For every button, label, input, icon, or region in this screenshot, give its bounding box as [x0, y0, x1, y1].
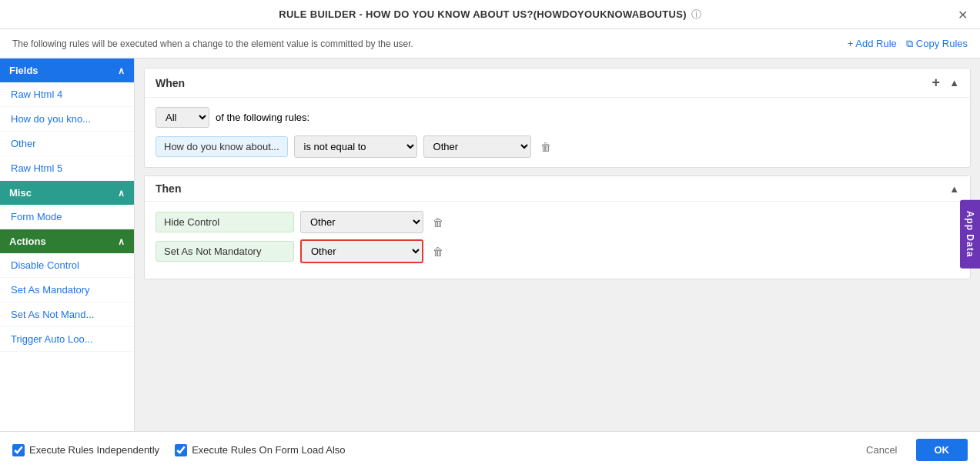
execute-independently-checkbox[interactable]: Execute Rules Independently [12, 444, 159, 456]
add-rule-button[interactable]: + Add Rule [848, 38, 897, 49]
sidebar-fields-chevron: ∧ [118, 65, 125, 76]
sidebar-item-rawhtml5[interactable]: Raw Html 5 [0, 156, 134, 181]
when-rule-row: How do you know about... is equal to is … [156, 135, 959, 158]
subtitle-bar: The following rules will be executed whe… [0, 29, 980, 58]
sidebar-item-howdoyouknow[interactable]: How do you kno... [0, 107, 134, 132]
copy-rules-label: Copy Rules [916, 38, 968, 49]
sidebar-fields-header[interactable]: Fields ∧ [0, 58, 134, 82]
subtitle-actions: + Add Rule ⧉ Copy Rules [848, 38, 968, 50]
then-title: Then [156, 182, 181, 195]
footer-right: Cancel OK [855, 439, 968, 461]
then-section-header: Then ▲ [145, 176, 970, 202]
execute-on-load-label: Execute Rules On Form Load Also [192, 444, 345, 456]
copy-icon: ⧉ [906, 38, 913, 50]
sidebar-item-other[interactable]: Other [0, 132, 134, 156]
then-action-not-mandatory: Set As Not Mandatory [156, 241, 294, 262]
copy-rules-button[interactable]: ⧉ Copy Rules [906, 38, 968, 50]
execute-on-load-input[interactable] [175, 444, 187, 456]
when-logic-row: All Any of the following rules: [156, 107, 959, 128]
then-delete-button-2[interactable]: 🗑 [430, 242, 447, 261]
then-section-body: Hide Control Other Google Facebook 🗑 Set… [145, 202, 970, 279]
when-add-button[interactable]: + [929, 75, 944, 91]
execute-independently-input[interactable] [12, 444, 25, 456]
when-value-select[interactable]: Other Google Facebook Friend [423, 135, 531, 158]
sidebar-actions-chevron: ∧ [118, 236, 125, 247]
when-section: When + ▲ All Any of the following rules:… [144, 68, 971, 168]
then-action-hide-control: Hide Control [156, 212, 294, 232]
sidebar-misc-header[interactable]: Misc ∧ [0, 181, 134, 205]
of-following-rules-text: of the following rules: [216, 112, 309, 123]
cancel-button[interactable]: Cancel [855, 440, 908, 460]
subtitle-text: The following rules will be executed whe… [12, 38, 413, 49]
right-panel: When + ▲ All Any of the following rules:… [135, 58, 980, 431]
info-icon: ⓘ [691, 8, 701, 22]
then-delete-button-1[interactable]: 🗑 [430, 213, 447, 232]
sidebar-item-triggerautolookup[interactable]: Trigger Auto Loo... [0, 327, 134, 352]
sidebar-misc-chevron: ∧ [118, 188, 125, 199]
then-row-2: Set As Not Mandatory Other Google Facebo… [156, 239, 959, 263]
sidebar-fields-label: Fields [9, 65, 38, 76]
footer-bar: Execute Rules Independently Execute Rule… [0, 431, 980, 468]
sidebar-item-rawhtml4[interactable]: Raw Html 4 [0, 82, 134, 107]
then-value-hide-control[interactable]: Other Google Facebook [300, 211, 423, 233]
sidebar-item-formmode[interactable]: Form Mode [0, 205, 134, 229]
when-section-header: When + ▲ [145, 69, 970, 98]
sidebar-misc-label: Misc [9, 187, 32, 199]
then-collapse-icon[interactable]: ▲ [949, 183, 959, 195]
ok-button[interactable]: OK [916, 439, 968, 461]
title-bar: RULE BUILDER - HOW DO YOU KNOW ABOUT US?… [0, 0, 980, 29]
main-layout: Fields ∧ Raw Html 4 How do you kno... Ot… [0, 58, 980, 431]
execute-on-load-checkbox[interactable]: Execute Rules On Form Load Also [175, 444, 345, 456]
sidebar: Fields ∧ Raw Html 4 How do you kno... Ot… [0, 58, 135, 431]
when-field-label: How do you know about... [156, 136, 288, 157]
all-dropdown[interactable]: All Any [156, 107, 209, 128]
then-section: Then ▲ Hide Control Other Google Faceboo… [144, 176, 971, 279]
footer-left: Execute Rules Independently Execute Rule… [12, 444, 346, 456]
when-delete-button[interactable]: 🗑 [537, 138, 554, 156]
when-condition-select[interactable]: is equal to is not equal to contains doe… [294, 135, 417, 158]
sidebar-item-setasnotmand[interactable]: Set As Not Mand... [0, 303, 134, 327]
sidebar-actions-label: Actions [9, 236, 46, 247]
sidebar-item-disablecontrol[interactable]: Disable Control [0, 253, 134, 278]
then-row-1: Hide Control Other Google Facebook 🗑 [156, 211, 959, 233]
when-title: When [156, 77, 185, 89]
when-collapse-icon[interactable]: ▲ [949, 77, 959, 89]
dialog-title: RULE BUILDER - HOW DO YOU KNOW ABOUT US?… [279, 8, 687, 20]
sidebar-actions-header[interactable]: Actions ∧ [0, 229, 134, 253]
then-value-not-mandatory[interactable]: Other Google Facebook [300, 239, 423, 263]
when-section-body: All Any of the following rules: How do y… [145, 98, 970, 167]
sidebar-item-setasmandatory[interactable]: Set As Mandatory [0, 278, 134, 303]
close-button[interactable]: ✕ [958, 7, 968, 22]
app-data-tab[interactable]: App Data [960, 200, 980, 269]
execute-independently-label: Execute Rules Independently [29, 444, 159, 456]
